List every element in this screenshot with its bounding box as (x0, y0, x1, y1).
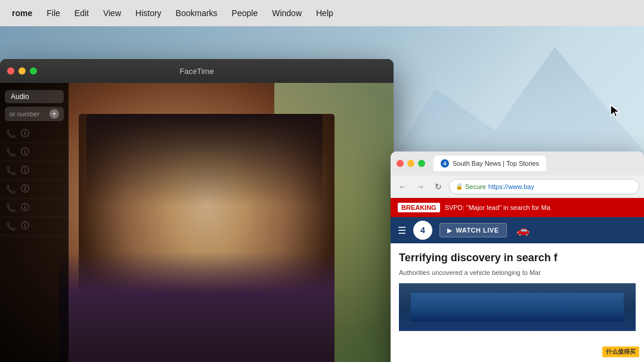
watch-live-button[interactable]: ▶ WATCH LIVE (439, 223, 507, 237)
info-icon-5[interactable]: ⓘ (21, 202, 29, 213)
browser-titlebar: 4 South Bay News | Top Stories (391, 151, 644, 175)
info-icon-1[interactable]: ⓘ (21, 128, 29, 139)
facetime-window: FaceTime Audio or number + 📞 (0, 59, 394, 362)
call-icon-4[interactable]: 📞 (6, 184, 16, 194)
contact-row-6: 📞 ⓘ (0, 217, 69, 236)
search-placeholder: or number (10, 110, 39, 117)
menubar-window[interactable]: Window (266, 6, 308, 20)
contact-row-2: 📞 ⓘ (0, 143, 69, 162)
browser-close-button[interactable] (397, 160, 404, 167)
menubar-file[interactable]: File (41, 6, 66, 20)
call-icon-2[interactable]: 📞 (6, 147, 16, 157)
call-icon-3[interactable]: 📞 (6, 166, 16, 175)
active-tab[interactable]: 4 South Bay News | Top Stories (434, 156, 546, 171)
image-content (411, 293, 624, 321)
browser-window: 4 South Bay News | Top Stories ← → ↻ 🔒 S… (391, 151, 644, 362)
info-icon-6[interactable]: ⓘ (21, 221, 29, 231)
breaking-news-bar: BREAKING SVPD: "Major lead" in search fo… (391, 198, 644, 217)
minimize-button[interactable] (18, 67, 26, 75)
menubar-view[interactable]: View (97, 6, 127, 20)
hamburger-menu[interactable]: ☰ (398, 225, 406, 236)
news-subheadline: Authorities uncovered a vehicle belongin… (399, 268, 636, 277)
menubar-bookmarks[interactable]: Bookmarks (170, 6, 224, 20)
shirt-area (59, 252, 335, 362)
car-icon: 🚗 (516, 224, 530, 237)
add-contact-button[interactable]: + (49, 109, 59, 119)
play-icon: ▶ (447, 227, 453, 234)
news-logo: 4 (413, 221, 432, 240)
watch-live-label: WATCH LIVE (456, 227, 499, 234)
tab-favicon: 4 (441, 159, 449, 168)
breaking-label: BREAKING (398, 203, 440, 212)
breaking-text: SVPD: "Major lead" in search for Ma (445, 204, 550, 211)
browser-toolbar: ← → ↻ 🔒 Secure https://www.bay (391, 175, 644, 198)
watermark-text: 什么值得买 (606, 348, 636, 355)
favicon-number: 4 (443, 160, 446, 166)
news-image (399, 283, 636, 331)
watermark: 什么值得买 (602, 346, 639, 357)
browser-minimize-button[interactable] (407, 160, 414, 167)
info-icon-4[interactable]: ⓘ (21, 184, 29, 194)
hair-area (86, 114, 323, 206)
forward-button[interactable]: → (413, 180, 428, 194)
facetime-audio-tab[interactable]: Audio (5, 90, 64, 103)
menubar-history[interactable]: History (129, 6, 168, 20)
contact-row-4: 📞 ⓘ (0, 180, 69, 199)
maximize-button[interactable] (30, 67, 37, 75)
call-icon-1[interactable]: 📞 (6, 129, 16, 138)
menubar-chrome[interactable]: rome (6, 6, 38, 20)
call-icon-5[interactable]: 📞 (6, 203, 16, 212)
contact-row-1: 📞 ⓘ (0, 125, 69, 143)
news-navigation: ☰ 4 ▶ WATCH LIVE 🚗 (391, 217, 644, 243)
lock-icon: 🔒 (456, 183, 463, 190)
tab-title: South Bay News | Top Stories (453, 160, 539, 167)
facetime-search[interactable]: or number + (5, 107, 64, 121)
back-button[interactable]: ← (395, 180, 410, 194)
browser-tab-area: 4 South Bay News | Top Stories (434, 156, 638, 171)
close-button[interactable] (7, 67, 14, 75)
logo-number: 4 (420, 225, 425, 235)
contact-row-3: 📞 ⓘ (0, 162, 69, 180)
facetime-title: FaceTime (179, 67, 213, 76)
mouse-cursor (609, 104, 621, 118)
facetime-titlebar: FaceTime (0, 59, 394, 83)
facetime-sidebar: Audio or number + 📞 ⓘ 📞 ⓘ 📞 ⓘ 📞 ⓘ (0, 83, 69, 362)
window-controls (7, 67, 37, 75)
address-bar[interactable]: 🔒 Secure https://www.bay (449, 179, 639, 194)
news-content: Terrifying discovery in search f Authori… (391, 243, 644, 339)
secure-label: Secure (465, 183, 486, 190)
reload-button[interactable]: ↻ (431, 180, 445, 194)
desktop: FaceTime Audio or number + 📞 (0, 26, 644, 362)
menubar-edit[interactable]: Edit (69, 6, 95, 20)
news-headline: Terrifying discovery in search f (399, 252, 636, 265)
menubar-people[interactable]: People (226, 6, 264, 20)
browser-maximize-button[interactable] (418, 160, 425, 167)
info-icon-2[interactable]: ⓘ (21, 147, 29, 157)
info-icon-3[interactable]: ⓘ (21, 165, 29, 176)
menubar: rome File Edit View History Bookmarks Pe… (0, 0, 644, 26)
menubar-help[interactable]: Help (310, 6, 339, 20)
url-text: https://www.bay (488, 183, 534, 190)
contact-row-5: 📞 ⓘ (0, 199, 69, 217)
call-icon-6[interactable]: 📞 (6, 221, 16, 231)
